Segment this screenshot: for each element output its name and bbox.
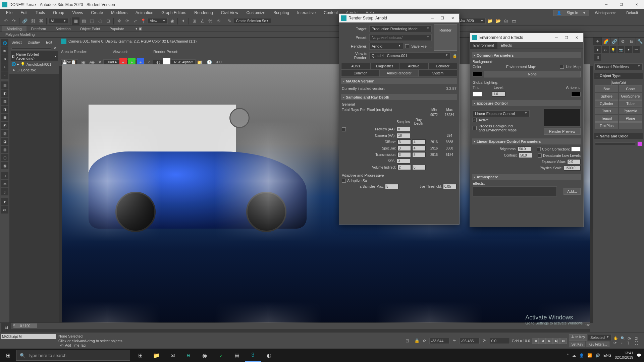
procbg-check[interactable]	[473, 126, 477, 130]
minus-icon[interactable]: －	[1, 71, 8, 79]
shape-icon[interactable]: ◇	[602, 46, 609, 53]
bg-color-swatch[interactable]	[473, 72, 482, 76]
display-tab-icon[interactable]: 🖥	[627, 38, 635, 45]
maximize-button[interactable]: ❐	[614, 0, 629, 9]
world-icon[interactable]: 🌐	[1, 39, 8, 47]
folder4-icon[interactable]: 🗃	[511, 17, 518, 25]
select-paint-icon[interactable]: ⊡	[104, 17, 112, 25]
app2-icon[interactable]: ◐	[261, 349, 277, 362]
modify-tab-icon[interactable]: 🌈	[601, 38, 610, 45]
lock-sel-icon[interactable]: 🔒	[413, 337, 421, 345]
motion-tab-icon[interactable]: ⚙	[619, 38, 627, 45]
tool14-icon[interactable]: ▯	[1, 188, 8, 195]
hierarchy-tab-icon[interactable]: 🔗	[610, 38, 619, 45]
se-display[interactable]: Display	[28, 40, 40, 44]
desat-check[interactable]	[538, 154, 542, 158]
tray-clock[interactable]: 13:41 02/10/2019	[615, 351, 633, 360]
brightness-spinner[interactable]: 50.0	[518, 146, 531, 152]
signin-button[interactable]: 👤 Sign In ▾	[553, 10, 589, 16]
maxscript-mini[interactable]: MAXScript Mi	[1, 334, 56, 339]
cc-swatch[interactable]	[571, 147, 581, 152]
sampling-rollout[interactable]: Sampling and Ray Depth	[341, 94, 457, 100]
dlg-close-button[interactable]: ✕	[448, 16, 457, 20]
workspaces-value[interactable]: Default	[622, 11, 642, 15]
level-spinner[interactable]: 1.0	[492, 92, 505, 97]
diffuse-r-spinner[interactable]: 4	[412, 139, 426, 144]
edge-icon[interactable]: e	[180, 349, 197, 362]
tray-chevron-icon[interactable]: ˄	[567, 353, 569, 358]
obj-pyramid[interactable]: Pyramid	[619, 108, 642, 114]
space-icon[interactable]: 〰	[633, 46, 640, 53]
specular-s-spinner[interactable]: 3	[397, 146, 411, 151]
chrome-icon[interactable]: ◉	[197, 349, 213, 362]
goto-start-icon[interactable]: ⏮	[532, 338, 539, 344]
lock-view-icon[interactable]: 🔒	[452, 54, 457, 58]
manip-icon[interactable]: ✦	[179, 17, 187, 25]
tab-denoiser[interactable]: Denoiser	[428, 63, 458, 70]
addtag-icon[interactable]: 🏷	[60, 344, 64, 347]
env-tab-environment[interactable]: Environment	[470, 42, 497, 49]
keyfilters-button[interactable]: Key Filters...	[586, 342, 609, 347]
maxview-icon[interactable]: ⛶	[635, 341, 641, 345]
athresh-spinner[interactable]: 0.05	[443, 184, 457, 189]
preview-aa-spinner[interactable]: 0	[397, 127, 410, 132]
ribbon-freeform[interactable]: Freeform	[26, 26, 51, 32]
close-button[interactable]: ✕	[629, 0, 644, 9]
autokey-button[interactable]: Auto Key	[569, 334, 587, 341]
folder-icon[interactable]: 📁	[486, 17, 494, 25]
contrast-spinner[interactable]: 50.0	[519, 153, 532, 158]
roll-icon[interactable]: ⤵	[628, 341, 634, 345]
mail-icon[interactable]: ✉	[164, 349, 180, 362]
light-icon[interactable]: 💡	[610, 46, 616, 53]
object-name-input[interactable]	[595, 142, 635, 145]
filter-arrow-icon[interactable]: ▼	[1, 198, 8, 205]
renderer-dropdown[interactable]: Arnold▼	[369, 43, 403, 50]
exposure-dropdown[interactable]: Linear Exposure Control▼	[473, 110, 530, 117]
geom-icon[interactable]: ●	[594, 46, 601, 53]
ambient-swatch[interactable]	[571, 92, 581, 97]
envmap-button[interactable]: None	[484, 71, 581, 77]
asamples-spinner[interactable]: 5	[385, 184, 398, 189]
tab-system[interactable]: System	[419, 70, 457, 77]
pan-icon[interactable]: ✋	[613, 336, 620, 341]
addtag-button[interactable]: Add Time Tag	[65, 344, 86, 347]
scene-item[interactable]: ▸ ⊞ Done.fbx	[11, 67, 58, 73]
3dsmax-taskbar-icon[interactable]: 3	[245, 349, 261, 362]
taskbar-search[interactable]: 🔍 Type here to search	[16, 350, 130, 361]
lec-rollout[interactable]: Linear Exposure Control Parameters	[472, 138, 581, 144]
frame-slider[interactable]: 0 / 100	[13, 323, 37, 328]
obj-teapot[interactable]: Teapot	[595, 115, 618, 122]
freeze-icon[interactable]: ❄	[1, 55, 8, 63]
editselset-icon[interactable]: ✎	[226, 17, 233, 25]
scene-item[interactable]: 🌐 ▸💡 ArnoldLight001	[11, 61, 58, 67]
goto-end-icon[interactable]: ⏭	[560, 338, 567, 344]
sss-spinner[interactable]: 3	[397, 159, 410, 164]
atmo-rollout[interactable]: Atmosphere	[472, 174, 581, 180]
tool7-icon[interactable]: ▧	[1, 130, 8, 137]
search-input[interactable]	[11, 48, 51, 50]
obj-cone[interactable]: Cone	[619, 85, 642, 92]
maxtoa-rollout[interactable]: MAXtoA Version	[341, 78, 457, 84]
tool13-icon[interactable]: ▭	[1, 180, 8, 187]
menu-rendering[interactable]: Rendering	[190, 10, 217, 15]
active-check[interactable]	[473, 118, 477, 122]
fov-icon[interactable]: ◷	[628, 336, 634, 341]
menu-animation[interactable]: Animation	[131, 10, 157, 15]
polygon-modeling-section[interactable]: Polygon Modeling	[2, 32, 38, 37]
tool9-icon[interactable]: ▨	[1, 146, 8, 153]
bind-icon[interactable]: ⌘	[37, 17, 45, 25]
render-preview-button[interactable]: Render Preview	[544, 128, 581, 135]
target-dropdown[interactable]: Production Rendering Mode▼	[369, 25, 432, 32]
tool2-icon[interactable]: ◧	[1, 89, 8, 97]
tab-archive[interactable]: Archive	[399, 63, 428, 70]
obj-box[interactable]: Box	[595, 85, 618, 92]
menu-file[interactable]: File	[2, 10, 16, 15]
redo-icon[interactable]: ↷	[10, 17, 17, 25]
obj-cylinder[interactable]: Cylinder	[595, 100, 618, 107]
tray-people-icon[interactable]: 👤	[579, 353, 584, 358]
menu-create[interactable]: Create	[87, 10, 107, 15]
rotate-icon[interactable]: ⟳	[123, 17, 131, 25]
env-min-button[interactable]: ─	[552, 36, 561, 40]
plus-icon[interactable]: ＋	[1, 63, 8, 71]
tab-arnold[interactable]: Arnold Renderer	[380, 70, 418, 77]
